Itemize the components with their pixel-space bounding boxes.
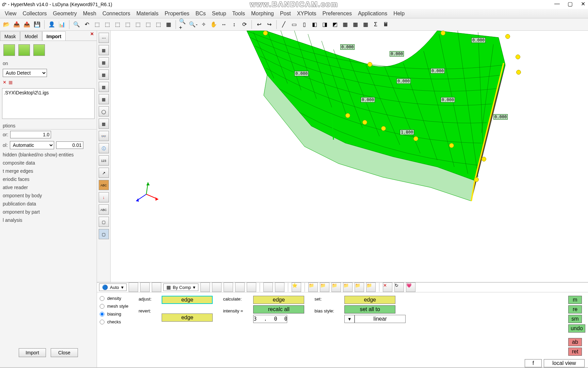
vt-mesh6-icon[interactable]: ▦ bbox=[99, 119, 109, 129]
mesh-node[interactable] bbox=[368, 62, 372, 67]
vt-123-icon[interactable]: 123 bbox=[99, 155, 109, 166]
close-icon[interactable]: ✕ bbox=[580, 1, 586, 7]
check-analysis[interactable]: l analysis bbox=[0, 216, 97, 224]
tab-mask[interactable]: Mask bbox=[0, 31, 20, 41]
file-delete-icon[interactable]: ✕ bbox=[3, 80, 6, 85]
axis-zy-icon[interactable]: ⬚ bbox=[133, 20, 142, 29]
solid-icon[interactable]: ▯ bbox=[300, 20, 309, 29]
calc-icon[interactable]: 🖩 bbox=[381, 20, 390, 29]
surface-icon[interactable]: ▭ bbox=[290, 20, 298, 29]
menu-tools[interactable]: Tools bbox=[232, 11, 245, 17]
bb-fold5-icon[interactable]: 📁 bbox=[355, 282, 364, 292]
cube1-icon[interactable]: ◧ bbox=[310, 20, 319, 29]
mesh-node[interactable] bbox=[474, 177, 479, 182]
bb-wire-icon[interactable] bbox=[200, 282, 210, 292]
bb-layer1-icon[interactable] bbox=[235, 282, 245, 292]
vt-mesh5-icon[interactable]: ▦ bbox=[99, 94, 109, 104]
pan-icon[interactable]: ✋ bbox=[209, 20, 218, 29]
undo-button[interactable]: undo bbox=[568, 324, 585, 333]
axis-xz-icon[interactable]: ⬚ bbox=[103, 20, 112, 29]
maximize-icon[interactable]: ▢ bbox=[567, 1, 573, 7]
f-button[interactable]: f bbox=[525, 359, 542, 367]
menu-applications[interactable]: Applications bbox=[358, 11, 387, 17]
menu-bcs[interactable]: BCs bbox=[196, 11, 206, 17]
iso-icon[interactable]: ▦ bbox=[164, 20, 173, 29]
vt-mesh4-icon[interactable]: ▦ bbox=[99, 82, 109, 92]
vt-dots-icon[interactable]: ⋯ bbox=[99, 33, 109, 43]
mesh-node[interactable] bbox=[345, 113, 350, 118]
zoomin-icon[interactable]: 🔍+ bbox=[179, 20, 187, 29]
vt-circle-icon[interactable]: ◯ bbox=[99, 106, 109, 117]
check-composite[interactable]: composite data bbox=[0, 159, 97, 167]
vt-abc2-icon[interactable]: ABC bbox=[99, 204, 109, 215]
mesh3-icon[interactable]: ▦ bbox=[361, 20, 370, 29]
linear-button[interactable]: linear bbox=[355, 315, 406, 323]
mesh1-icon[interactable]: ▦ bbox=[341, 20, 349, 29]
bb-x-icon[interactable]: ✕ bbox=[383, 282, 392, 292]
save-icon[interactable]: 💾 bbox=[33, 20, 42, 29]
vt-binoc-icon[interactable]: 👓 bbox=[99, 131, 109, 141]
menu-collectors[interactable]: Collectors bbox=[22, 11, 47, 17]
menu-materials[interactable]: Materials bbox=[136, 11, 159, 17]
panel-close-icon[interactable]: ✕ bbox=[90, 31, 94, 36]
vt-axis-icon[interactable]: ↗ bbox=[99, 168, 109, 178]
check-pubdata[interactable]: publication data bbox=[0, 200, 97, 208]
bb-layer2-icon[interactable] bbox=[247, 282, 256, 292]
bycomp-dropdown[interactable]: ▦ By Comp ▾ bbox=[163, 283, 198, 291]
fit-icon[interactable]: ✧ bbox=[199, 20, 208, 29]
check-reader[interactable]: ative reader bbox=[0, 183, 97, 191]
check-comppart[interactable]: omponent by part bbox=[0, 208, 97, 216]
rotate-icon[interactable]: ⟳ bbox=[240, 20, 249, 29]
3d-viewport[interactable]: 0.0000.0000.0000.0000.0000.0000.0000.000… bbox=[111, 31, 588, 282]
tab-model[interactable]: Model bbox=[20, 31, 42, 41]
ab-button[interactable]: ab bbox=[568, 338, 582, 346]
recalcall-button[interactable]: recalc all bbox=[253, 305, 304, 313]
import-button[interactable]: Import bbox=[19, 348, 46, 357]
calc-edge-button[interactable]: edge bbox=[253, 296, 304, 304]
mesh-node[interactable] bbox=[505, 34, 510, 39]
arrow-lr-icon[interactable]: ↔ bbox=[219, 20, 228, 29]
mesh-node[interactable] bbox=[263, 31, 268, 35]
mesh2-icon[interactable]: ▦ bbox=[351, 20, 360, 29]
tab-import[interactable]: Import bbox=[42, 31, 66, 41]
axis-xy-icon[interactable]: ⬚ bbox=[93, 20, 101, 29]
adjust-edge-button[interactable]: edge bbox=[162, 296, 213, 304]
vt-mesh3-icon[interactable]: ▦ bbox=[99, 70, 109, 80]
mesh-node[interactable] bbox=[481, 157, 486, 162]
menu-post[interactable]: Post bbox=[280, 11, 291, 17]
close-button[interactable]: Close bbox=[51, 348, 78, 357]
arrow-ud-icon[interactable]: ↕ bbox=[230, 20, 239, 29]
mesh-node[interactable] bbox=[449, 143, 454, 148]
zoomout-icon[interactable]: 🔍- bbox=[189, 20, 198, 29]
radio-meshstyle[interactable]: mesh style bbox=[100, 304, 128, 309]
bb-fold1-icon[interactable]: 📁 bbox=[308, 282, 318, 292]
menu-geometry[interactable]: Geometry bbox=[53, 11, 77, 17]
bb-shape3-icon[interactable] bbox=[152, 282, 161, 292]
check-hidden[interactable]: hidden (blanked/no show) entities bbox=[0, 151, 97, 159]
biasstyle-caret[interactable]: ▼ bbox=[344, 315, 355, 323]
vt-down-icon[interactable]: ↓ bbox=[99, 192, 109, 202]
bb-ref-icon[interactable]: ↻ bbox=[394, 282, 404, 292]
bb-shape1-icon[interactable] bbox=[129, 282, 138, 292]
mesh-node[interactable] bbox=[516, 70, 521, 75]
menu-xyplots[interactable]: XYPlots bbox=[297, 11, 316, 17]
menu-setup[interactable]: Setup bbox=[212, 11, 226, 17]
undo-icon[interactable]: ↩ bbox=[255, 20, 263, 29]
auto-dropdown[interactable]: 🔵 Auto ▾ bbox=[99, 283, 127, 291]
vt-box1-icon[interactable]: ▢ bbox=[99, 217, 109, 227]
sigma-icon[interactable]: Σ bbox=[371, 20, 380, 29]
mesh-node[interactable] bbox=[516, 55, 520, 59]
menu-properties[interactable]: Properties bbox=[165, 11, 190, 17]
bb-shade-icon[interactable] bbox=[212, 282, 222, 292]
import-icon[interactable]: 📥 bbox=[12, 20, 21, 29]
bb-shape2-icon[interactable] bbox=[140, 282, 150, 292]
file-grid-icon[interactable]: ▦ bbox=[9, 80, 13, 85]
vt-abc1-icon[interactable]: ABC bbox=[99, 180, 109, 190]
redo-icon[interactable]: ↪ bbox=[265, 20, 274, 29]
back-icon[interactable]: ↶ bbox=[82, 20, 91, 29]
axis-rev-icon[interactable]: ⬚ bbox=[154, 20, 163, 29]
vt-mesh2-icon[interactable]: ▦ bbox=[99, 57, 109, 67]
axis-zx-icon[interactable]: ⬚ bbox=[123, 20, 132, 29]
line-icon[interactable]: ╱ bbox=[279, 20, 288, 29]
radio-biasing[interactable]: biasing bbox=[100, 311, 128, 317]
